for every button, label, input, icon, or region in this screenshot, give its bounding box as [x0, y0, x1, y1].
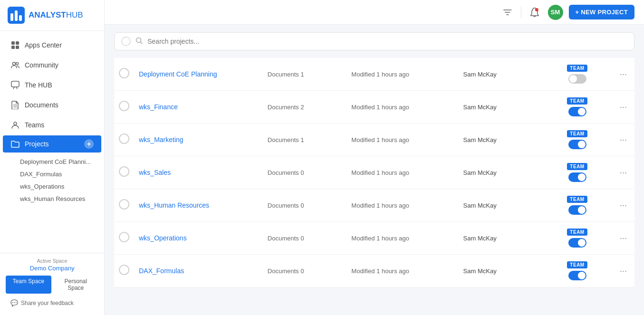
- row-checkbox[interactable]: [119, 265, 129, 275]
- folder-icon: [10, 139, 20, 149]
- project-toggle[interactable]: [568, 107, 586, 116]
- modified-cell: Modified 1 hours ago: [347, 156, 459, 189]
- project-name-cell: wks_Finance: [134, 91, 263, 124]
- svg-point-13: [14, 122, 17, 125]
- sidebar-item-community[interactable]: Community: [3, 56, 101, 75]
- sidebar-item-projects[interactable]: Projects +: [3, 135, 101, 153]
- team-badge-cell: TEAM: [542, 124, 612, 156]
- modified-cell: Modified 1 hours ago: [347, 124, 459, 156]
- doc-count: Documents 0: [268, 235, 304, 242]
- more-options-button[interactable]: ···: [617, 167, 630, 179]
- sidebar-item-hub[interactable]: The HUB: [3, 76, 101, 95]
- owner-cell: Sam McKay: [459, 124, 542, 156]
- more-options-button[interactable]: ···: [617, 232, 630, 244]
- svg-rect-1: [10, 13, 13, 21]
- projects-label: Projects: [25, 140, 49, 148]
- table-row: DAX_Formulas Documents 0 Modified 1 hour…: [114, 255, 634, 287]
- sub-nav-item-human-resources[interactable]: wks_Human Resources: [15, 193, 102, 205]
- sub-nav-item-dax[interactable]: DAX_Formulas: [15, 168, 102, 180]
- new-project-button[interactable]: + NEW PROJECT: [569, 5, 634, 19]
- row-checkbox[interactable]: [119, 232, 129, 242]
- projects-sub-nav: Deployment CoE Planni... DAX_Formulas wk…: [0, 153, 104, 207]
- project-toggle[interactable]: [568, 172, 586, 182]
- sub-nav-item-operations[interactable]: wks_Operations: [15, 181, 102, 192]
- row-checkbox-cell: [114, 222, 134, 255]
- sidebar-item-documents[interactable]: Documents: [3, 95, 101, 115]
- project-name-link[interactable]: wks_Marketing: [139, 136, 183, 143]
- doc-count-cell: Documents 0: [263, 222, 347, 255]
- svg-point-9: [16, 63, 19, 65]
- project-name-link[interactable]: Deployment CoE Planning: [139, 70, 217, 78]
- doc-count: Documents 0: [268, 267, 304, 275]
- project-name-cell: Deployment CoE Planning: [134, 58, 263, 91]
- team-badge: TEAM: [567, 65, 587, 72]
- owner-cell: Sam McKay: [459, 255, 542, 287]
- row-checkbox[interactable]: [119, 199, 129, 210]
- toggle-knob: [578, 272, 585, 279]
- sidebar-nav: Apps Center Community: [0, 31, 104, 253]
- toggle-knob: [578, 239, 585, 247]
- team-badge: TEAM: [567, 97, 587, 105]
- team-badge-cell: TEAM: [542, 222, 612, 255]
- doc-count-cell: Documents 1: [263, 58, 347, 91]
- feedback-label: Share your feedback: [21, 300, 74, 306]
- logo-text: ANALYSTHUB: [29, 10, 83, 20]
- project-name-cell: wks_Human Resources: [134, 189, 263, 222]
- project-name-link[interactable]: DAX_Formulas: [139, 267, 184, 275]
- project-name-cell: DAX_Formulas: [134, 255, 263, 287]
- row-checkbox[interactable]: [119, 166, 129, 177]
- sidebar-item-label: Community: [25, 61, 59, 69]
- more-options-button[interactable]: ···: [617, 68, 630, 80]
- svg-rect-3: [19, 15, 22, 21]
- owner-name: Sam McKay: [463, 104, 497, 111]
- row-checkbox[interactable]: [119, 68, 129, 78]
- more-options-button[interactable]: ···: [617, 265, 630, 277]
- team-badge: TEAM: [567, 163, 587, 170]
- row-checkbox-cell: [114, 156, 134, 189]
- project-toggle[interactable]: [568, 74, 586, 84]
- project-toggle[interactable]: [568, 140, 586, 149]
- svg-rect-4: [11, 41, 15, 45]
- project-toggle[interactable]: [568, 205, 586, 215]
- team-badge: TEAM: [567, 130, 587, 137]
- more-options-button[interactable]: ···: [617, 134, 630, 146]
- svg-rect-5: [16, 41, 19, 45]
- project-list-area: Deployment CoE Planning Documents 1 Modi…: [105, 25, 644, 315]
- project-name-link[interactable]: wks_Human Resources: [139, 201, 209, 209]
- search-icon: [136, 37, 143, 46]
- more-options-button[interactable]: ···: [617, 200, 630, 211]
- feedback-button[interactable]: 💬 Share your feedback: [6, 296, 98, 310]
- search-input[interactable]: [147, 38, 627, 45]
- toggle-knob: [578, 141, 585, 148]
- more-options-button[interactable]: ···: [617, 101, 630, 113]
- personal-space-tab[interactable]: Personal Space: [53, 276, 99, 294]
- svg-point-8: [13, 62, 16, 65]
- grid-icon: [10, 40, 20, 50]
- modified-text: Modified 1 hours ago: [351, 235, 409, 242]
- filter-button[interactable]: [500, 5, 515, 20]
- team-badge: TEAM: [567, 229, 587, 236]
- sidebar-item-teams[interactable]: Teams: [3, 115, 101, 134]
- team-badge: TEAM: [567, 261, 587, 268]
- sidebar-item-apps-center[interactable]: Apps Center: [3, 36, 101, 55]
- team-space-tab[interactable]: Team Space: [6, 276, 51, 294]
- user-avatar[interactable]: SM: [548, 5, 563, 20]
- project-name-link[interactable]: wks_Sales: [139, 169, 171, 176]
- sub-nav-item-deployment[interactable]: Deployment CoE Planni...: [15, 156, 102, 168]
- sidebar-item-label: The HUB: [25, 81, 52, 89]
- topbar: SM + NEW PROJECT: [105, 0, 644, 25]
- project-name-link[interactable]: wks_Finance: [139, 103, 178, 111]
- project-toggle[interactable]: [568, 238, 586, 248]
- owner-name: Sam McKay: [463, 136, 497, 143]
- doc-count: Documents 1: [268, 136, 304, 143]
- add-project-button[interactable]: +: [84, 139, 94, 149]
- project-name-link[interactable]: wks_Operations: [139, 234, 186, 242]
- doc-icon: [10, 100, 20, 110]
- row-checkbox[interactable]: [119, 101, 129, 111]
- owner-name: Sam McKay: [463, 202, 497, 209]
- project-toggle[interactable]: [568, 271, 586, 280]
- notification-button[interactable]: [527, 5, 542, 20]
- search-select-all[interactable]: [121, 37, 131, 46]
- company-name: Demo Company: [6, 265, 98, 272]
- row-checkbox[interactable]: [119, 134, 129, 144]
